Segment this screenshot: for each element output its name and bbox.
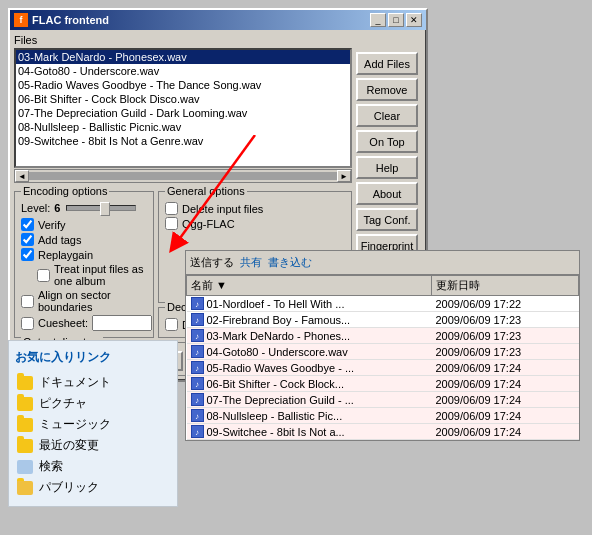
write-label[interactable]: 書き込む [268, 255, 312, 270]
files-label: Files [14, 34, 352, 46]
table-header-row: 名前 ▼ 更新日時 [187, 276, 579, 296]
file-name-cell: ♪07-The Depreciation Guild - ... [187, 392, 432, 408]
list-item[interactable]: 06-Bit Shifter - Cock Block Disco.wav [16, 92, 350, 106]
file-name-cell: ♪04-Goto80 - Underscore.wav [187, 344, 432, 360]
add-tags-checkbox[interactable] [21, 233, 34, 246]
align-row: Align on sector boundaries [21, 289, 147, 313]
audio-file-icon: ♪ [191, 313, 204, 326]
title-bar-left: f FLAC frontend [14, 13, 109, 27]
file-date-cell: 2009/06/09 17:24 [432, 376, 579, 392]
minimize-button[interactable]: _ [370, 13, 386, 27]
delete-input-label: Delete input files [182, 203, 263, 215]
on-top-button[interactable]: On Top [356, 130, 418, 153]
horizontal-scrollbar[interactable]: ◄ ► [14, 169, 352, 183]
maximize-button[interactable]: □ [388, 13, 404, 27]
table-row[interactable]: ♪07-The Depreciation Guild - ...2009/06/… [187, 392, 579, 408]
files-list[interactable]: 03-Mark DeNardo - Phonesex.wav 04-Goto80… [14, 48, 352, 168]
cuesheet-row: Cuesheet: [21, 315, 147, 331]
list-item[interactable]: 07-The Depreciation Guild - Dark Looming… [16, 106, 350, 120]
verify-row: Verify [21, 218, 147, 231]
sidebar-item-pictures[interactable]: ピクチャ [15, 393, 171, 414]
app-icon: f [14, 13, 28, 27]
table-row[interactable]: ♪05-Radio Waves Goodbye - ...2009/06/09 … [187, 360, 579, 376]
file-date-cell: 2009/06/09 17:24 [432, 360, 579, 376]
level-value: 6 [54, 202, 60, 214]
cuesheet-input[interactable] [92, 315, 152, 331]
list-item[interactable]: 04-Goto80 - Underscore.wav [16, 64, 350, 78]
table-row[interactable]: ♪02-Firebrand Boy - Famous...2009/06/09 … [187, 312, 579, 328]
send-label: 送信する [190, 255, 234, 270]
treat-input-label: Treat input files as one album [54, 263, 147, 287]
folder-icon [17, 439, 33, 453]
file-name-cell: ♪06-Bit Shifter - Cock Block... [187, 376, 432, 392]
explorer-window: 送信する 共有 書き込む 名前 ▼ 更新日時 ♪01-Nordloef - To… [185, 250, 580, 441]
col-name-header[interactable]: 名前 ▼ [187, 276, 432, 296]
delete-input-row: Delete input files [165, 202, 345, 215]
sidebar-item-label: 検索 [39, 458, 63, 475]
slider-thumb[interactable] [100, 202, 110, 216]
clear-button[interactable]: Clear [356, 104, 418, 127]
share-label[interactable]: 共有 [240, 255, 262, 270]
table-row[interactable]: ♪03-Mark DeNardo - Phones...2009/06/09 1… [187, 328, 579, 344]
file-date-cell: 2009/06/09 17:23 [432, 344, 579, 360]
help-button[interactable]: Help [356, 156, 418, 179]
col-date-header[interactable]: 更新日時 [432, 276, 579, 296]
ogg-flac-checkbox[interactable] [165, 217, 178, 230]
list-item[interactable]: 05-Radio Waves Goodbye - The Dance Song.… [16, 78, 350, 92]
replaygain-label: Replaygain [38, 249, 93, 261]
table-row[interactable]: ♪01-Nordloef - To Hell With ...2009/06/0… [187, 296, 579, 312]
about-button[interactable]: About [356, 182, 418, 205]
audio-file-icon: ♪ [191, 377, 204, 390]
audio-file-icon: ♪ [191, 345, 204, 358]
audio-file-icon: ♪ [191, 297, 204, 310]
sidebar-title: お気に入りリンク [15, 349, 171, 366]
add-tags-row: Add tags [21, 233, 147, 246]
encoding-options-group: Encoding options Level: 6 Verify [14, 191, 154, 338]
remove-button[interactable]: Remove [356, 78, 418, 101]
cuesheet-checkbox[interactable] [21, 317, 34, 330]
file-name-cell: ♪05-Radio Waves Goodbye - ... [187, 360, 432, 376]
table-row[interactable]: ♪06-Bit Shifter - Cock Block...2009/06/0… [187, 376, 579, 392]
align-checkbox[interactable] [21, 295, 34, 308]
list-item[interactable]: 03-Mark DeNardo - Phonesex.wav [16, 50, 350, 64]
sidebar-item-label: ミュージック [39, 416, 111, 433]
sidebar-item-documents[interactable]: ドキュメント [15, 372, 171, 393]
folder-icon [17, 481, 33, 495]
audio-file-icon: ♪ [191, 393, 204, 406]
sidebar-item-public[interactable]: パブリック [15, 477, 171, 498]
delete-input-checkbox[interactable] [165, 202, 178, 215]
scroll-right-button[interactable]: ► [337, 170, 351, 182]
audio-file-icon: ♪ [191, 361, 204, 374]
add-files-button[interactable]: Add Files [356, 52, 418, 75]
table-row[interactable]: ♪04-Goto80 - Underscore.wav2009/06/09 17… [187, 344, 579, 360]
sidebar-item-label: ドキュメント [39, 374, 111, 391]
search-icon [17, 460, 33, 474]
file-date-cell: 2009/06/09 17:22 [432, 296, 579, 312]
close-button[interactable]: ✕ [406, 13, 422, 27]
sidebar-item-music[interactable]: ミュージック [15, 414, 171, 435]
add-tags-label: Add tags [38, 234, 81, 246]
treat-input-checkbox[interactable] [37, 269, 50, 282]
sidebar-item-recent[interactable]: 最近の変更 [15, 435, 171, 456]
title-bar: f FLAC frontend _ □ ✕ [10, 10, 426, 30]
scroll-track[interactable] [29, 172, 337, 180]
table-row[interactable]: ♪09-Switchee - 8bit Is Not a...2009/06/0… [187, 424, 579, 440]
general-options-label: General options [165, 185, 247, 197]
list-item[interactable]: 09-Switchee - 8bit Is Not a Genre.wav [16, 134, 350, 148]
verify-checkbox[interactable] [21, 218, 34, 231]
encoding-options-label: Encoding options [21, 185, 109, 197]
list-item[interactable]: 08-Nullsleep - Ballistic Picnic.wav [16, 120, 350, 134]
dec-through-checkbox[interactable] [165, 318, 178, 331]
scroll-left-button[interactable]: ◄ [15, 170, 29, 182]
file-date-cell: 2009/06/09 17:23 [432, 328, 579, 344]
sidebar-item-search[interactable]: 検索 [15, 456, 171, 477]
tag-conf-button[interactable]: Tag Conf. [356, 208, 418, 231]
align-label: Align on sector boundaries [38, 289, 147, 313]
level-row: Level: 6 [21, 202, 147, 214]
level-slider[interactable] [66, 205, 136, 211]
audio-file-icon: ♪ [191, 329, 204, 342]
table-row[interactable]: ♪08-Nullsleep - Ballistic Pic...2009/06/… [187, 408, 579, 424]
explorer-table: 名前 ▼ 更新日時 ♪01-Nordloef - To Hell With ..… [186, 275, 579, 440]
replaygain-checkbox[interactable] [21, 248, 34, 261]
file-name-cell: ♪08-Nullsleep - Ballistic Pic... [187, 408, 432, 424]
